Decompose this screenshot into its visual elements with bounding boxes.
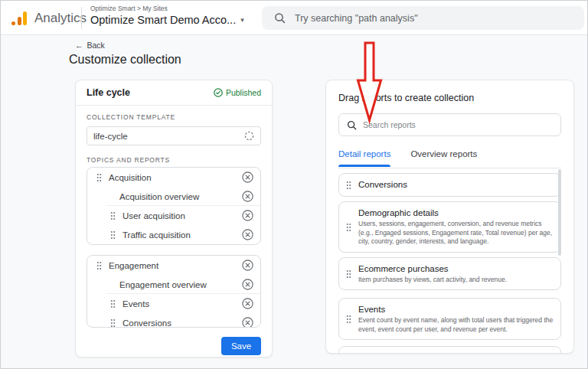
back-label: Back xyxy=(87,41,105,50)
topic-row[interactable]: Acquisition overview xyxy=(87,187,260,206)
header-divider xyxy=(81,7,82,29)
topic-row[interactable]: Traffic acquisition xyxy=(87,225,260,244)
remove-icon[interactable] xyxy=(242,298,253,309)
scrollbar-thumb[interactable] xyxy=(558,169,561,256)
global-search-placeholder: Try searching "path analysis" xyxy=(295,13,418,24)
search-icon xyxy=(274,12,286,24)
report-card[interactable]: Conversions xyxy=(338,173,561,197)
topic-row[interactable]: Acquisition xyxy=(87,168,260,187)
drag-handle-icon[interactable] xyxy=(110,299,116,308)
account-switcher[interactable]: Optimize Smart > My Sites Optimize Smart… xyxy=(90,5,244,26)
collection-card: Life cycle Published COLLECTION TEMPLATE… xyxy=(75,80,273,358)
collection-template-input[interactable] xyxy=(93,132,244,141)
topics-list: Acquisition Acquisition overview User ac… xyxy=(87,167,261,328)
report-description: Users, sessions, engagement, conversion,… xyxy=(358,220,554,247)
drag-handle-icon[interactable] xyxy=(96,173,102,181)
report-card[interactable]: Ecommerce purchases Item purchases by vi… xyxy=(338,257,561,291)
report-title: Conversions xyxy=(358,179,554,191)
drag-handle-icon[interactable] xyxy=(346,269,351,278)
topic-row-label: Engagement xyxy=(109,261,158,270)
drag-handle-icon[interactable] xyxy=(346,315,351,323)
topics-list-label: TOPICS AND REPORTS xyxy=(87,156,261,164)
back-arrow-icon: ← xyxy=(75,41,83,50)
page-title: Customize collection xyxy=(69,53,181,67)
topic-row-label: Events xyxy=(122,299,149,309)
drag-handle-icon[interactable] xyxy=(110,230,116,239)
drag-handle-icon[interactable] xyxy=(346,223,351,231)
status-badge: Published xyxy=(214,88,261,97)
topic-row[interactable]: Conversions xyxy=(87,313,260,328)
topic-row[interactable]: Engagement overview xyxy=(87,275,260,294)
collection-template-field xyxy=(87,126,261,145)
reports-panel-title: Drag reports to create collection xyxy=(338,93,561,103)
search-icon xyxy=(347,120,357,130)
reports-tabs: Detail reports Overview reports xyxy=(338,147,561,167)
dashed-circle-icon[interactable] xyxy=(244,131,254,141)
global-search-input[interactable]: Try searching "path analysis" xyxy=(262,6,584,30)
report-card[interactable]: Events Event count by event name, along … xyxy=(338,298,561,340)
analytics-app: Analytics Optimize Smart > My Sites Opti… xyxy=(0,0,588,369)
drag-handle-icon[interactable] xyxy=(96,261,102,269)
tab-detail-reports[interactable]: Detail reports xyxy=(338,147,390,167)
reports-panel: Drag reports to create collection Detail… xyxy=(325,80,574,354)
report-card[interactable]: Demographic details Users, sessions, eng… xyxy=(338,201,561,253)
collection-title: Life cycle xyxy=(87,87,130,98)
topic-row-label: Engagement overview xyxy=(119,280,207,289)
drag-handle-icon[interactable] xyxy=(346,181,351,189)
report-description: Item purchases by views, cart activity, … xyxy=(358,276,554,285)
remove-icon[interactable] xyxy=(242,210,253,221)
report-title: Events xyxy=(358,304,554,315)
topic-row[interactable]: Events xyxy=(87,294,260,313)
analytics-logo-icon xyxy=(11,11,27,25)
report-title: Ecommerce purchases xyxy=(358,263,554,275)
remove-icon[interactable] xyxy=(242,171,253,183)
reports-list: Conversions Demographic details Users, s… xyxy=(338,173,561,354)
chevron-down-icon: ▾ xyxy=(240,17,244,24)
report-title: Demographic details xyxy=(358,207,554,219)
report-title: In-app purchases xyxy=(358,352,554,354)
report-search-input[interactable] xyxy=(363,120,553,129)
save-button[interactable]: Save xyxy=(221,337,261,355)
topic-row-label: Conversions xyxy=(122,318,172,328)
check-circle-icon xyxy=(214,88,223,97)
topic-group: Acquisition Acquisition overview User ac… xyxy=(87,167,261,245)
drag-handle-icon[interactable] xyxy=(110,211,116,220)
account-name: Optimize Smart Demo Acco... xyxy=(90,14,236,26)
tab-overview-reports[interactable]: Overview reports xyxy=(410,147,477,167)
report-description: Event count by event name, along with to… xyxy=(358,316,554,334)
status-label: Published xyxy=(226,88,261,97)
topic-row[interactable]: Engagement xyxy=(87,256,260,275)
remove-icon[interactable] xyxy=(242,229,253,240)
app-name: Analytics xyxy=(34,11,87,26)
topic-row-label: Traffic acquisition xyxy=(122,230,191,240)
topic-row[interactable]: User acquisition xyxy=(87,206,260,225)
back-button[interactable]: ← Back xyxy=(75,41,105,50)
topic-row-label: User acquisition xyxy=(122,211,185,220)
app-header: Analytics Optimize Smart > My Sites Opti… xyxy=(1,1,587,35)
breadcrumb: Optimize Smart > My Sites xyxy=(90,5,244,12)
template-field-label: COLLECTION TEMPLATE xyxy=(87,113,261,121)
report-search-box xyxy=(338,113,561,136)
remove-icon[interactable] xyxy=(242,260,253,271)
report-card[interactable]: In-app purchases Product purchases by qu… xyxy=(338,346,561,354)
remove-icon[interactable] xyxy=(242,317,253,328)
drag-handle-icon[interactable] xyxy=(110,318,116,327)
list-top-edge xyxy=(338,168,561,168)
topic-group: Engagement Engagement overview Events Co… xyxy=(87,255,261,328)
remove-icon[interactable] xyxy=(242,191,253,202)
topic-row-label: Acquisition xyxy=(109,173,152,182)
topic-row-label: Acquisition overview xyxy=(119,192,199,201)
remove-icon[interactable] xyxy=(242,279,253,290)
